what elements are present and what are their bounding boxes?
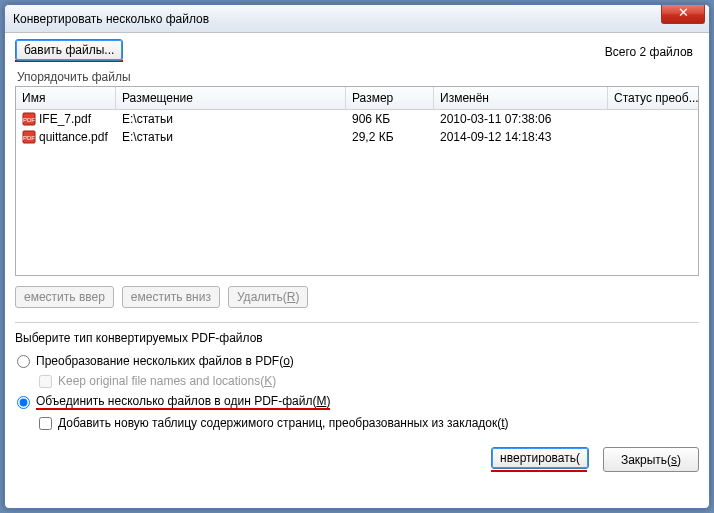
file-name: quittance.pdf xyxy=(39,130,108,144)
delete-button[interactable]: Удалить(R) xyxy=(228,286,308,308)
add-files-label: бавить файлы... xyxy=(24,43,114,57)
radio-label-merge: Объединить несколько файлов в один PDF-ф… xyxy=(36,394,330,410)
header-row: бавить файлы... Всего 2 файлов xyxy=(15,39,699,64)
convert-wrap: нвертировать( xyxy=(491,447,589,472)
keep-u: K xyxy=(264,374,272,388)
pdf-icon: PDF xyxy=(22,130,36,144)
reorder-toolbar: еместить ввер еместить вниз Удалить(R) xyxy=(15,286,699,308)
cell-name: PDF quittance.pdf xyxy=(16,130,116,145)
radio-label-multiple: Преобразование нескольких файлов в PDF(o… xyxy=(36,354,294,368)
cell-size: 906 КБ xyxy=(346,112,434,126)
delete-post: ) xyxy=(295,290,299,304)
cell-modified: 2010-03-11 07:38:06 xyxy=(434,112,608,126)
add-files-button[interactable]: бавить файлы... xyxy=(15,39,123,61)
cell-location: E:\статьи xyxy=(116,130,346,144)
checkbox-input-keep xyxy=(39,375,52,388)
r2-pre: Объединить несколько файлов в один PDF-ф… xyxy=(36,394,316,408)
checkbox-add-toc[interactable]: Добавить новую таблицу содержимого стран… xyxy=(37,416,699,430)
table-header: Имя Размещение Размер Изменён Статус пре… xyxy=(16,87,698,110)
r1-pre: Преобразование нескольких файлов в PDF( xyxy=(36,354,283,368)
window-close-button[interactable]: ✕ xyxy=(661,5,705,24)
footer-buttons: нвертировать( Закрыть(s) xyxy=(15,447,699,472)
radio-input-merge[interactable] xyxy=(17,396,30,409)
close-button[interactable]: Закрыть(s) xyxy=(603,447,699,472)
r2-u: M xyxy=(316,394,326,408)
toc-pre: Добавить новую таблицу содержимого стран… xyxy=(58,416,501,430)
r2-post: ) xyxy=(326,394,330,408)
col-header-size[interactable]: Размер xyxy=(346,87,434,109)
file-name: IFE_7.pdf xyxy=(39,112,91,126)
keep-post: ) xyxy=(272,374,276,388)
convert-button[interactable]: нвертировать( xyxy=(491,447,589,469)
dialog-window: Конвертировать несколько файлов ✕ бавить… xyxy=(4,4,710,509)
keep-pre: Keep original file names and locations( xyxy=(58,374,264,388)
r1-u: o xyxy=(283,354,290,368)
radio-multiple-pdf[interactable]: Преобразование нескольких файлов в PDF(o… xyxy=(15,354,699,368)
col-header-location[interactable]: Размещение xyxy=(116,87,346,109)
checkbox-input-toc[interactable] xyxy=(39,417,52,430)
checkbox-label-toc: Добавить новую таблицу содержимого стран… xyxy=(58,416,509,430)
close-pre: Закрыть( xyxy=(621,453,671,467)
radio-input-multiple[interactable] xyxy=(17,355,30,368)
total-files-label: Всего 2 файлов xyxy=(605,45,699,59)
move-down-button[interactable]: еместить вниз xyxy=(122,286,220,308)
svg-text:PDF: PDF xyxy=(23,135,35,141)
col-header-name[interactable]: Имя xyxy=(16,87,116,109)
add-files-wrap: бавить файлы... xyxy=(15,39,123,64)
checkbox-label-keep: Keep original file names and locations(K… xyxy=(58,374,276,388)
move-up-button[interactable]: еместить ввер xyxy=(15,286,114,308)
toc-post: ) xyxy=(505,416,509,430)
options-label: Выберите тип конвертируемых PDF-файлов xyxy=(15,331,699,345)
radio-merge-pdf[interactable]: Объединить несколько файлов в один PDF-ф… xyxy=(15,394,699,410)
pdf-icon: PDF xyxy=(22,112,36,126)
window-title: Конвертировать несколько файлов xyxy=(13,12,209,26)
cell-location: E:\статьи xyxy=(116,112,346,126)
close-icon: ✕ xyxy=(678,5,689,20)
delete-pre: Удалить( xyxy=(237,290,287,304)
separator xyxy=(15,322,699,323)
group-label: Упорядочить файлы xyxy=(17,70,699,84)
cell-name: PDF IFE_7.pdf xyxy=(16,112,116,127)
cell-modified: 2014-09-12 14:18:43 xyxy=(434,130,608,144)
col-header-status[interactable]: Статус преоб... xyxy=(608,87,698,109)
file-table: Имя Размещение Размер Изменён Статус пре… xyxy=(15,86,699,276)
col-header-modified[interactable]: Изменён xyxy=(434,87,608,109)
convert-label: нвертировать( xyxy=(500,451,580,465)
svg-text:PDF: PDF xyxy=(23,117,35,123)
r1-post: ) xyxy=(290,354,294,368)
table-row[interactable]: PDF IFE_7.pdf E:\статьи 906 КБ 2010-03-1… xyxy=(16,110,698,128)
red-underline-convert xyxy=(491,470,587,472)
dialog-content: бавить файлы... Всего 2 файлов Упорядочи… xyxy=(5,33,709,508)
cell-size: 29,2 КБ xyxy=(346,130,434,144)
table-row[interactable]: PDF quittance.pdf E:\статьи 29,2 КБ 2014… xyxy=(16,128,698,146)
titlebar: Конвертировать несколько файлов ✕ xyxy=(5,5,709,33)
close-post: ) xyxy=(677,453,681,467)
checkbox-keep-names: Keep original file names and locations(K… xyxy=(37,374,699,388)
